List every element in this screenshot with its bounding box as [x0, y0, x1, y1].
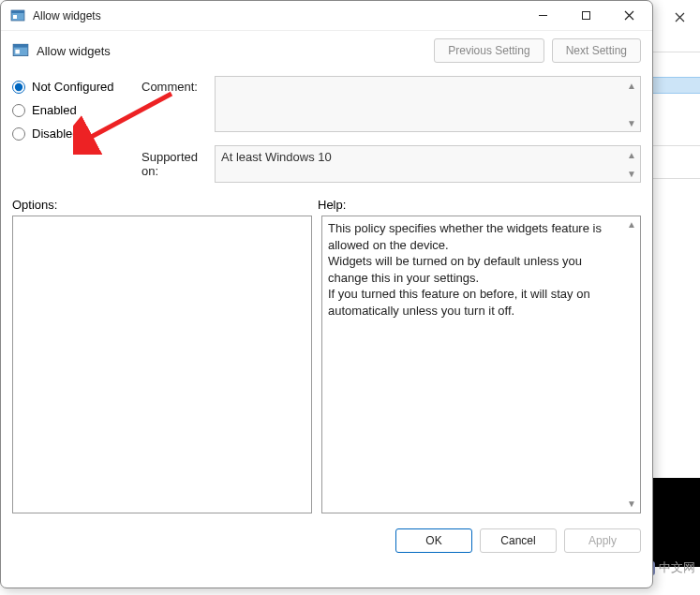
radio-disabled-label: Disabled — [32, 126, 80, 141]
cancel-button[interactable]: Cancel — [480, 528, 557, 553]
radio-enabled[interactable]: Enabled — [12, 103, 141, 117]
svg-rect-2 — [13, 15, 17, 19]
scroll-up-icon: ▲ — [625, 79, 638, 92]
window-title: Allow widgets — [33, 9, 521, 22]
header-title: Allow widgets — [37, 44, 426, 58]
radio-group: Not Configured Enabled Disabled — [12, 76, 141, 183]
help-text: This policy specifies whether the widget… — [328, 221, 602, 318]
scroll-up-icon: ▲ — [625, 148, 638, 161]
radio-disabled-input[interactable] — [12, 127, 25, 141]
comment-field[interactable]: ▲ ▼ — [215, 76, 641, 132]
radio-not-configured-input[interactable] — [12, 81, 25, 94]
options-label: Options: — [12, 198, 318, 212]
header-policy-icon — [12, 42, 29, 59]
supported-on-value: At least Windows 10 — [221, 150, 332, 164]
supported-on-label: Supported on: — [141, 146, 215, 178]
radio-enabled-input[interactable] — [12, 104, 25, 117]
policy-dialog: Allow widgets Allow widgets Previous Set… — [0, 0, 653, 588]
bg-close-button[interactable] — [670, 7, 689, 26]
radio-not-configured-label: Not Configured — [32, 80, 113, 94]
minimize-button[interactable] — [521, 2, 564, 30]
svg-rect-5 — [13, 44, 28, 47]
radio-not-configured[interactable]: Not Configured — [12, 80, 141, 94]
ok-button[interactable]: OK — [395, 528, 472, 553]
svg-rect-6 — [15, 50, 20, 54]
radio-disabled[interactable]: Disabled — [12, 126, 141, 141]
scroll-down-icon: ▼ — [625, 498, 638, 511]
maximize-button[interactable] — [564, 2, 607, 30]
close-button[interactable] — [607, 2, 650, 30]
watermark-text: 中文网 — [659, 559, 695, 576]
scroll-up-icon: ▲ — [625, 218, 638, 231]
options-panel — [12, 216, 312, 513]
radio-enabled-label: Enabled — [32, 103, 77, 117]
supported-on-field: At least Windows 10 ▲ ▼ — [215, 145, 641, 183]
previous-setting-button[interactable]: Previous Setting — [434, 38, 544, 63]
help-label: Help: — [318, 198, 346, 212]
apply-button[interactable]: Apply — [564, 528, 641, 553]
next-setting-button[interactable]: Next Setting — [552, 38, 641, 63]
svg-rect-1 — [11, 10, 24, 13]
scroll-down-icon: ▼ — [625, 167, 638, 180]
comment-label: Comment: — [141, 76, 215, 146]
header-row: Allow widgets Previous Setting Next Sett… — [1, 31, 652, 70]
policy-icon — [10, 8, 25, 23]
scroll-down-icon: ▼ — [625, 116, 638, 129]
help-panel: This policy specifies whether the widget… — [321, 216, 641, 513]
svg-rect-3 — [582, 12, 589, 20]
titlebar: Allow widgets — [1, 1, 652, 31]
